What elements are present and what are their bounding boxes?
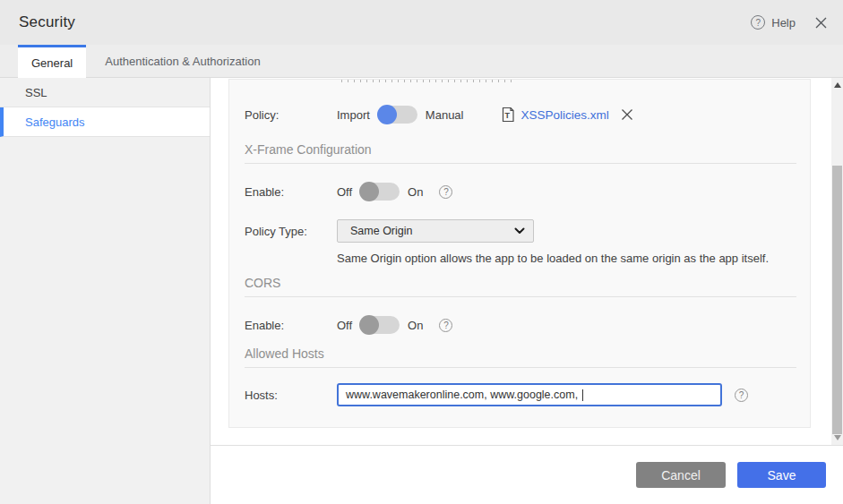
policy-type-value: Same Origin [350, 225, 412, 237]
text-caret [582, 389, 583, 401]
clipped-scrolled-text [341, 80, 516, 82]
xframe-enable-toggle[interactable] [360, 183, 400, 201]
help-button[interactable]: Help [771, 16, 796, 30]
policy-file-chip: T XSSPolicies.xml [501, 107, 633, 123]
allowed-hosts-section-title: Allowed Hosts [245, 346, 810, 362]
dialog-footer: Cancel Save [211, 445, 843, 504]
dialog-header: Security ? Help [0, 0, 843, 45]
cors-off-label: Off [337, 319, 352, 332]
scrollbar-thumb[interactable] [832, 166, 842, 434]
page-title: Security [19, 13, 75, 31]
policy-file-link[interactable]: XSSPolicies.xml [520, 108, 608, 122]
xframe-enable-label: Enable: [245, 185, 337, 199]
cancel-button[interactable]: Cancel [636, 462, 726, 488]
xframe-on-label: On [408, 185, 423, 199]
cors-enable-label: Enable: [245, 319, 337, 332]
scroll-area: Policy: Import Manual T [211, 78, 843, 445]
vertical-scrollbar[interactable] [831, 78, 843, 445]
close-icon[interactable] [814, 16, 828, 30]
help-icon[interactable]: ? [751, 15, 765, 30]
xframe-off-label: Off [337, 185, 352, 199]
policy-type-select[interactable]: Same Origin [337, 219, 534, 243]
cors-on-label: On [408, 319, 423, 332]
security-dialog: Security ? Help General Authentication &… [0, 0, 843, 504]
cors-enable-toggle[interactable] [360, 316, 400, 334]
section-divider [245, 296, 796, 297]
tab-bar: General Authentication & Authorization [0, 45, 843, 78]
sidebar-item-ssl[interactable]: SSL [0, 78, 210, 107]
xml-file-icon: T [501, 107, 515, 123]
safeguards-form-panel: Policy: Import Manual T [228, 79, 811, 428]
policy-import-manual-toggle[interactable] [378, 106, 417, 124]
remove-file-icon[interactable] [620, 107, 634, 122]
sidebar-item-safeguards[interactable]: Safeguards [0, 107, 210, 137]
hosts-help-icon[interactable]: ? [735, 389, 748, 402]
xframe-enable-help-icon[interactable]: ? [439, 185, 452, 199]
policy-type-row: Policy Type: Same Origin [229, 219, 810, 243]
svg-text:T: T [505, 111, 511, 120]
tab-authentication-authorization[interactable]: Authentication & Authorization [86, 45, 279, 77]
policy-manual-label: Manual [426, 108, 464, 122]
policy-row: Policy: Import Manual T [229, 102, 810, 127]
scroll-down-arrow-icon[interactable] [831, 432, 843, 443]
hosts-row: Hosts: www.wavemakeronline.com, www.goog… [229, 382, 810, 407]
policy-import-label: Import [337, 108, 370, 122]
tab-general[interactable]: General [18, 45, 86, 78]
xframe-enable-row: Enable: Off On ? [229, 180, 810, 203]
cors-enable-help-icon[interactable]: ? [439, 319, 452, 332]
policy-label: Policy: [245, 108, 337, 122]
policy-type-label: Policy Type: [245, 225, 337, 238]
sidebar: SSL Safeguards [0, 78, 211, 504]
section-divider [245, 367, 796, 368]
xframe-section-title: X-Frame Configuration [245, 141, 810, 158]
save-button[interactable]: Save [737, 462, 826, 488]
policy-type-helper-text: Same Origin option allows the app to be … [337, 252, 810, 266]
hosts-input[interactable]: www.wavemakeronline.com, www.google.com, [337, 383, 722, 406]
scroll-up-arrow-icon[interactable] [831, 80, 843, 90]
section-divider [245, 163, 796, 164]
hosts-input-value: www.wavemakeronline.com, www.google.com, [346, 389, 581, 401]
chevron-down-icon [514, 227, 525, 235]
cors-enable-row: Enable: Off On ? [229, 313, 810, 337]
cors-section-title: CORS [245, 275, 810, 291]
hosts-label: Hosts: [245, 389, 337, 402]
